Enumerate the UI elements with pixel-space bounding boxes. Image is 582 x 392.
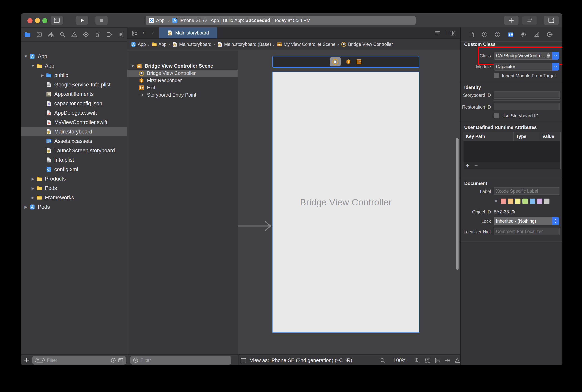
zoom-in-icon[interactable] xyxy=(414,357,420,364)
size-inspector-tab[interactable] xyxy=(534,31,540,38)
tab-main-storyboard[interactable]: Main.storyboard xyxy=(159,28,217,38)
toggle-outline-icon[interactable] xyxy=(240,357,247,364)
toggle-navigator-button[interactable] xyxy=(51,16,63,25)
breadcrumb-item-4[interactable]: Main.storyboard (Base) xyxy=(217,41,271,47)
navigator-item-main-storyboard[interactable]: Main.storyboard xyxy=(21,127,127,136)
navigator-item-appdelegate-swift[interactable]: AppDelegate.swift xyxy=(21,108,127,118)
swatch-4[interactable] xyxy=(523,198,528,204)
navigator-item-pods[interactable]: ▶Pods xyxy=(21,184,127,193)
outline-item-bridge-view-controller-scene[interactable]: ▼Bridge View Controller Scene xyxy=(127,62,238,70)
swatch-5[interactable] xyxy=(530,198,535,204)
project-navigator-icon[interactable] xyxy=(24,31,31,38)
breadcrumb-item-5[interactable]: My View Controller Scene xyxy=(277,41,336,47)
file-inspector-tab[interactable] xyxy=(469,31,475,38)
run-button[interactable] xyxy=(76,16,88,25)
code-review-button[interactable] xyxy=(522,16,537,25)
zoom-level[interactable]: 100% xyxy=(393,357,406,364)
outline-filter-field[interactable]: Filter xyxy=(130,356,231,364)
lock-dropdown[interactable]: Inherited - (Nothing) xyxy=(494,217,552,225)
disclosure-closed-icon[interactable]: ▶ xyxy=(29,186,36,190)
class-dropdown-button[interactable] xyxy=(552,52,559,60)
breadcrumb-item-2[interactable]: App xyxy=(151,41,167,47)
breadcrumb-item-3[interactable]: Main.storyboard xyxy=(172,41,211,47)
history-inspector-tab[interactable] xyxy=(482,31,488,38)
navigator-divider[interactable] xyxy=(127,28,127,365)
swatch-1[interactable] xyxy=(501,198,506,204)
localizer-hint-field[interactable] xyxy=(494,228,560,235)
udra-add-button[interactable]: + xyxy=(466,164,469,168)
issue-navigator-icon[interactable] xyxy=(71,31,78,38)
recent-files-icon[interactable] xyxy=(110,357,116,363)
editor-options-icon[interactable] xyxy=(434,30,441,37)
disclosure-open-icon[interactable]: ▼ xyxy=(22,54,29,59)
connections-inspector-tab[interactable] xyxy=(547,31,553,38)
find-navigator-icon[interactable] xyxy=(59,31,66,38)
disclosure-open-icon[interactable]: ▼ xyxy=(129,64,136,68)
swatch-none[interactable]: ✕ xyxy=(494,198,498,204)
exit-dock-icon[interactable] xyxy=(356,59,362,65)
source-control-navigator-icon[interactable] xyxy=(36,31,42,38)
outline-item-bridge-view-controller[interactable]: Bridge View Controller xyxy=(127,70,238,77)
breadcrumb-item-6[interactable]: Bridge View Controller xyxy=(341,41,393,47)
navigator-item-app[interactable]: ▼App xyxy=(21,61,127,70)
outline-item-storyboard-entry-point[interactable]: Storyboard Entry Point xyxy=(127,91,238,98)
navigator-item-frameworks[interactable]: ▶Frameworks xyxy=(21,193,127,202)
breakpoint-navigator-icon[interactable] xyxy=(106,31,112,38)
navigator-item-app[interactable]: ▼App xyxy=(21,52,127,61)
swatch-7[interactable] xyxy=(544,198,550,204)
navigator-item-config-xml[interactable]: config.xml xyxy=(21,165,127,174)
toggle-inspector-button[interactable] xyxy=(544,16,559,25)
disclosure-closed-icon[interactable]: ▶ xyxy=(39,73,46,78)
help-inspector-tab[interactable]: ? xyxy=(494,31,501,38)
canvas-scrollbar[interactable] xyxy=(456,138,459,270)
storyboard-id-field[interactable] xyxy=(494,91,560,98)
class-field[interactable]: CAPBridgeViewControl… ➜ xyxy=(494,52,552,60)
disclosure-open-icon[interactable]: ▼ xyxy=(29,64,36,68)
symbol-navigator-icon[interactable] xyxy=(47,31,54,38)
align-icon[interactable] xyxy=(435,357,441,364)
navigator-item-assets-xcassets[interactable]: Assets.xcassets xyxy=(21,136,127,146)
debug-navigator-icon[interactable] xyxy=(94,31,101,38)
udra-table-body[interactable] xyxy=(464,141,560,162)
filter-menu-icon[interactable] xyxy=(35,358,45,363)
restoration-id-field[interactable] xyxy=(494,103,560,110)
view-controller-dock-icon[interactable] xyxy=(330,57,341,66)
navigator-item-info-plist[interactable]: Info.plist xyxy=(21,155,127,165)
zoom-out-icon[interactable] xyxy=(380,357,386,364)
add-constraints-icon[interactable] xyxy=(444,357,451,364)
maximize-window-button[interactable] xyxy=(42,18,47,23)
use-storyboard-id-checkbox[interactable] xyxy=(494,113,499,118)
inherit-module-checkbox[interactable] xyxy=(494,73,499,78)
swatch-6[interactable] xyxy=(537,198,542,204)
related-items-icon[interactable] xyxy=(132,30,137,36)
navigator-filter-field[interactable]: Filter xyxy=(32,356,126,364)
view-as-control[interactable]: View as: iPhone SE (2nd generation) (wCh… xyxy=(250,355,352,365)
swatch-2[interactable] xyxy=(508,198,513,204)
lock-stepper-button[interactable]: ˄˅ xyxy=(552,217,559,225)
disclosure-closed-icon[interactable]: ▶ xyxy=(29,196,36,200)
udra-column-type[interactable]: Type xyxy=(514,132,540,141)
test-navigator-icon[interactable] xyxy=(82,31,89,38)
jump-to-class-icon[interactable]: ➜ xyxy=(547,53,550,58)
udra-column-value[interactable]: Value xyxy=(540,132,560,141)
stop-button[interactable] xyxy=(95,16,108,25)
update-frames-icon[interactable] xyxy=(425,357,431,364)
source-control-status-icon[interactable] xyxy=(118,357,124,363)
forward-button[interactable]: › xyxy=(152,29,154,36)
library-button[interactable] xyxy=(504,16,519,25)
identity-inspector-tab[interactable] xyxy=(507,31,514,38)
add-file-icon[interactable] xyxy=(23,357,29,364)
navigator-item-products[interactable]: ▶Products xyxy=(21,174,127,184)
navigator-item-public[interactable]: ▶public xyxy=(21,70,127,80)
back-button[interactable]: ‹ xyxy=(143,29,145,36)
add-editor-icon[interactable] xyxy=(449,30,456,36)
resolve-autolayout-icon[interactable] xyxy=(454,357,460,364)
outline-item-exit[interactable]: Exit xyxy=(127,84,238,91)
breadcrumb-item-1[interactable]: App xyxy=(131,41,146,47)
udra-column-key-path[interactable]: Key Path xyxy=(464,132,514,141)
navigator-item-myviewcontroller-swift[interactable]: MyViewController.swift xyxy=(21,118,127,127)
storyboard-entry-arrow[interactable] xyxy=(238,219,272,233)
document-label-field[interactable] xyxy=(494,188,560,195)
disclosure-closed-icon[interactable]: ▶ xyxy=(29,176,36,181)
navigator-item-pods[interactable]: ▶Pods xyxy=(21,202,127,212)
